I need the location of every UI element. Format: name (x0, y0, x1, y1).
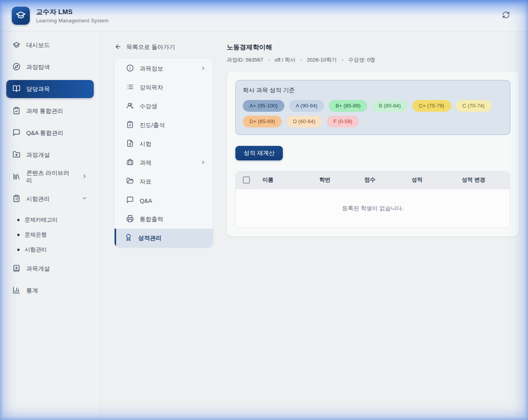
grade-badge-d-plus: D+ (65-69) (243, 116, 282, 127)
sidebar-item-label: 통계 (26, 287, 38, 295)
course-meta: 과정ID: 563567 off / 학사 2026-10학기 수강생: 0명 (227, 56, 519, 64)
course-menu-card: 과목정보 강의목차 수강생 진도/출석 시험 (114, 58, 213, 248)
grade-badge-list: A+ (95-100) A (90-94) B+ (85-89) B (80-8… (243, 100, 503, 127)
sidebar-item-subject-create[interactable]: 과목개설 (6, 260, 94, 278)
app-logo (12, 7, 30, 25)
app-header: 교수자 LMS Learning Management System (0, 0, 528, 31)
column-header-grade: 성적 (411, 176, 462, 184)
sidebar-item-label: 시험관리 (26, 195, 50, 203)
back-link-label: 목록으로 돌아가기 (126, 44, 175, 51)
sidebar-item-statistics[interactable]: 통계 (6, 282, 94, 300)
main-sidebar: 대시보드 과정탐색 담당과목 과제 통합관리 Q&A 통합관리 과정개설 콘텐츠… (0, 31, 100, 420)
menu-item-label: 과제 (140, 159, 151, 167)
menu-item-label: 과목정보 (140, 65, 163, 73)
sidebar-item-exam-admin[interactable]: 시험관리 (6, 190, 94, 208)
course-mode: off / 학사 (275, 56, 295, 64)
bullet-icon (17, 249, 20, 251)
menu-item-grade-management[interactable]: 성적관리 (115, 229, 213, 247)
award-icon (125, 234, 132, 242)
message-square-icon (126, 196, 134, 205)
sidebar-item-label: 과제 통합관리 (26, 107, 63, 115)
students-table-header: 이름 학번 점수 성적 성적 변경 (236, 171, 510, 189)
sidebar-subitem-exam-manage[interactable]: 시험관리 (17, 242, 94, 257)
menu-item-qna[interactable]: Q&A (115, 191, 213, 210)
grade-badge-b: B (80-84) (372, 100, 407, 112)
column-header-score: 점수 (364, 176, 411, 184)
dot-separator (300, 60, 302, 61)
dot-separator (342, 60, 343, 61)
sidebar-item-course-explore[interactable]: 과정탐색 (6, 58, 94, 76)
sidebar-subitem-label: 문제은행 (25, 231, 47, 238)
chevron-right-icon (200, 65, 206, 72)
grade-badge-a: A (90-94) (289, 100, 324, 112)
menu-item-progress-attendance[interactable]: 진도/출석 (115, 116, 213, 135)
sidebar-item-label: 과정탐색 (26, 64, 50, 71)
menu-item-print[interactable]: 통합출력 (115, 210, 213, 229)
sidebar-item-qna-admin[interactable]: Q&A 통합관리 (6, 124, 94, 142)
select-all-checkbox[interactable] (243, 176, 250, 184)
sidebar-item-label: 과정개설 (26, 151, 50, 159)
exam-admin-submenu: 문제카테고리 문제은행 시험관리 (6, 212, 94, 260)
grade-criteria-title: 학사 과목 성적 기준 (243, 87, 503, 94)
menu-item-lecture-toc[interactable]: 강의목차 (115, 78, 213, 97)
sidebar-item-content-library[interactable]: 콘텐츠 라이브러리 (6, 168, 94, 186)
list-icon (126, 83, 134, 92)
sidebar-subitem-label: 문제카테고리 (25, 216, 58, 224)
sidebar-item-label: Q&A 통합관리 (26, 129, 64, 137)
printer-icon (126, 215, 134, 224)
course-student-count: 수강생: 0명 (348, 56, 375, 64)
course-id: 과정ID: 563567 (227, 56, 263, 64)
grade-badge-d: D (60-64) (286, 116, 322, 127)
column-header-grade-change: 성적 변경 (462, 176, 510, 184)
app-brand: 교수자 LMS Learning Management System (12, 7, 109, 25)
info-icon (126, 64, 134, 73)
graduation-cap-icon (13, 41, 20, 50)
grade-badge-f: F (0-59) (327, 116, 359, 127)
empty-message: 등록된 학생이 없습니다. (342, 205, 404, 212)
bar-chart-icon (13, 286, 20, 295)
grade-criteria-card: 학사 과목 성적 기준 A+ (95-100) A (90-94) B+ (85… (235, 80, 510, 135)
back-to-list-link[interactable]: 목록으로 돌아가기 (115, 43, 227, 51)
chevron-down-icon (82, 195, 87, 202)
students-table: 이름 학번 점수 성적 성적 변경 등록된 학생이 없습니다. (235, 171, 510, 228)
sidebar-item-assignment-admin[interactable]: 과제 통합관리 (6, 102, 94, 120)
folder-plus-icon (13, 151, 20, 160)
message-square-icon (13, 129, 20, 138)
menu-item-label: 진도/출석 (140, 122, 165, 129)
menu-item-students[interactable]: 수강생 (115, 97, 213, 116)
course-submenu-column: 목록으로 돌아가기 과목정보 강의목차 수강생 진도/출석 (100, 31, 227, 420)
refresh-icon (502, 11, 510, 20)
menu-item-label: 시험 (140, 140, 151, 148)
grade-badge-b-plus: B+ (85-89) (329, 100, 367, 112)
menu-item-exam[interactable]: 시험 (115, 135, 213, 153)
grade-badge-c: C (70-74) (456, 100, 492, 112)
users-icon (126, 102, 134, 111)
sidebar-subitem-question-category[interactable]: 문제카테고리 (17, 213, 94, 227)
sidebar-item-label: 콘텐츠 라이브러리 (26, 169, 70, 184)
menu-item-assignment[interactable]: 과제 (115, 153, 213, 172)
sidebar-subitem-question-bank[interactable]: 문제은행 (17, 227, 94, 242)
menu-item-course-info[interactable]: 과목정보 (115, 59, 213, 78)
menu-item-label: 통합출력 (140, 216, 163, 223)
grade-management-panel: 학사 과목 성적 기준 A+ (95-100) A (90-94) B+ (85… (227, 71, 519, 236)
clipboard-check-icon (13, 107, 20, 116)
compass-icon (13, 63, 20, 72)
file-text-icon (126, 140, 134, 148)
clipboard-check-icon (126, 121, 134, 129)
sidebar-item-my-courses[interactable]: 담당과목 (6, 80, 94, 98)
column-header-student-id: 학번 (319, 176, 364, 184)
sidebar-item-dashboard[interactable]: 대시보드 (6, 36, 94, 54)
menu-item-label: Q&A (140, 197, 152, 204)
sidebar-subitem-label: 시험관리 (25, 246, 47, 253)
recalculate-grades-button[interactable]: 성적 재계산 (235, 146, 283, 160)
library-icon (13, 173, 20, 182)
sidebar-item-course-create[interactable]: 과정개설 (6, 146, 94, 164)
menu-item-materials[interactable]: 자료 (115, 172, 213, 191)
arrow-left-icon (115, 43, 122, 51)
bullet-icon (17, 234, 20, 236)
sidebar-item-label: 대시보드 (26, 42, 50, 49)
refresh-button[interactable] (500, 9, 512, 22)
course-title: 노동경제학이해 (227, 43, 519, 52)
dot-separator (268, 60, 269, 61)
graduation-cap-icon (16, 10, 26, 22)
